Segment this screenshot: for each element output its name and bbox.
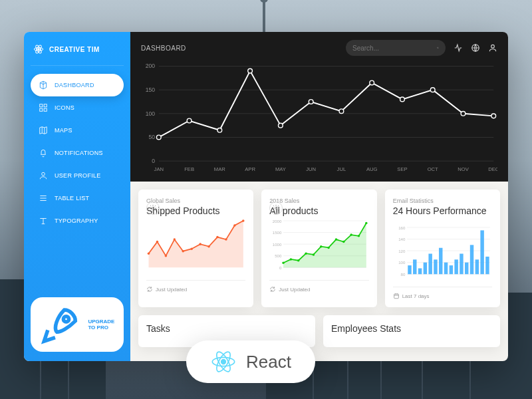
- svg-rect-5: [44, 104, 47, 107]
- svg-point-76: [320, 245, 323, 248]
- svg-text:2000: 2000: [273, 219, 282, 223]
- sidebar-item-user-profile[interactable]: USER PROFILE: [31, 164, 124, 187]
- svg-point-12: [491, 45, 495, 48]
- upgrade-label: UPGRADE TO PRO: [88, 319, 116, 331]
- globe-icon[interactable]: [471, 43, 480, 53]
- main-content: DASHBOARD 050100150200JANFEBMARAPRMAYJUN…: [130, 32, 508, 361]
- card-footer: Just Updated: [146, 280, 245, 293]
- list-icon: [39, 194, 48, 203]
- svg-point-44: [430, 88, 435, 92]
- svg-point-54: [199, 243, 201, 245]
- calendar-icon: [393, 293, 400, 299]
- svg-point-51: [174, 238, 176, 241]
- svg-point-79: [342, 241, 345, 243]
- stat-card: Email Statistics 24 Hours Performance 80…: [385, 190, 500, 307]
- card-label: Email Statistics: [393, 198, 492, 204]
- sidebar-item-label: ICONS: [55, 104, 74, 111]
- svg-point-50: [165, 255, 168, 257]
- svg-text:NOV: NOV: [458, 166, 469, 172]
- svg-point-9: [63, 316, 68, 321]
- nav-list: DASHBOARDICONSMAPSNOTIFICATIONSUSER PROF…: [31, 74, 124, 232]
- svg-text:100: 100: [398, 260, 406, 265]
- sidebar-item-label: DASHBOARD: [55, 82, 94, 88]
- svg-rect-93: [408, 265, 411, 274]
- svg-text:JUL: JUL: [337, 166, 346, 172]
- svg-rect-97: [428, 254, 432, 275]
- sidebar-item-label: MAPS: [55, 127, 72, 134]
- gear-icon: [272, 204, 280, 212]
- main-chart: 050100150200JANFEBMARAPRMAYJUNJULAUGSEPO…: [141, 60, 497, 176]
- svg-rect-108: [485, 257, 489, 274]
- svg-text:FEB: FEB: [184, 166, 194, 172]
- svg-point-49: [156, 241, 159, 243]
- svg-rect-106: [475, 259, 478, 274]
- sidebar-item-table-list[interactable]: TABLE LIST: [31, 187, 124, 209]
- svg-point-75: [313, 253, 315, 256]
- svg-text:150: 150: [146, 86, 156, 93]
- svg-rect-109: [394, 294, 398, 299]
- svg-point-47: [152, 207, 154, 209]
- svg-point-35: [156, 135, 161, 140]
- sidebar-item-icons[interactable]: ICONS: [31, 96, 124, 119]
- upgrade-button[interactable]: UPGRADE TO PRO: [31, 297, 124, 352]
- svg-text:0: 0: [152, 158, 155, 164]
- card-chart: 0500100015002000: [269, 215, 368, 275]
- svg-point-80: [350, 233, 353, 236]
- search-icon[interactable]: [437, 43, 439, 53]
- sidebar-item-label: TYPOGRAPHY: [55, 217, 98, 224]
- stat-card: 2018 Sales All products 0500100015002000…: [261, 190, 376, 307]
- svg-point-77: [328, 247, 331, 249]
- svg-rect-6: [40, 108, 43, 111]
- svg-rect-99: [439, 248, 442, 275]
- svg-rect-105: [469, 245, 473, 274]
- cards-row: Global Sales Shipped Products Just Updat…: [130, 182, 508, 315]
- card-settings-button[interactable]: [146, 201, 160, 215]
- svg-rect-94: [413, 259, 416, 274]
- svg-point-8: [42, 172, 45, 176]
- activity-icon[interactable]: [454, 43, 463, 53]
- search-input[interactable]: [346, 40, 446, 56]
- svg-point-58: [233, 224, 236, 227]
- svg-text:MAR: MAR: [214, 166, 225, 172]
- svg-text:1000: 1000: [273, 242, 282, 247]
- svg-rect-96: [423, 263, 426, 275]
- sidebar-item-dashboard[interactable]: DASHBOARD: [31, 74, 124, 96]
- bell-icon: [39, 148, 48, 158]
- svg-point-38: [248, 68, 253, 73]
- react-badge: React: [186, 340, 315, 383]
- svg-point-41: [339, 109, 344, 114]
- gear-icon: [149, 204, 157, 212]
- svg-text:APR: APR: [245, 166, 255, 172]
- sidebar-item-maps[interactable]: MAPS: [31, 119, 124, 142]
- cards-row-2: Tasks Employees Stats: [130, 315, 508, 347]
- sidebar-item-notifications[interactable]: NOTIFICATIONS: [31, 142, 124, 164]
- svg-text:JUN: JUN: [306, 166, 316, 172]
- svg-point-43: [400, 97, 405, 102]
- svg-text:120: 120: [398, 249, 406, 253]
- svg-text:500: 500: [275, 253, 283, 258]
- search-field[interactable]: [352, 45, 437, 52]
- svg-point-46: [491, 114, 496, 118]
- topbar: DASHBOARD: [141, 40, 497, 56]
- sidebar: CREATIVE TIM DASHBOARDICONSMAPSNOTIFICAT…: [24, 32, 130, 361]
- svg-text:100: 100: [146, 110, 156, 117]
- card-label: Global Sales: [146, 198, 245, 204]
- sidebar-item-label: NOTIFICATIONS: [55, 150, 103, 156]
- svg-text:OCT: OCT: [428, 166, 438, 172]
- grid-icon: [39, 103, 48, 112]
- svg-text:160: 160: [398, 225, 406, 230]
- refresh-icon: [269, 286, 276, 293]
- svg-text:50: 50: [148, 134, 155, 140]
- svg-text:DEC: DEC: [488, 166, 497, 172]
- map-icon: [39, 126, 48, 135]
- sidebar-item-typography[interactable]: TYPOGRAPHY: [31, 209, 124, 232]
- svg-rect-101: [449, 265, 452, 274]
- user-icon[interactable]: [488, 43, 497, 53]
- stat-card: Global Sales Shipped Products Just Updat…: [138, 190, 253, 307]
- type-icon: [39, 216, 48, 225]
- svg-rect-95: [418, 268, 421, 274]
- react-logo-icon: [210, 348, 237, 375]
- svg-rect-98: [434, 259, 437, 274]
- svg-point-82: [365, 222, 368, 225]
- hero-panel: DASHBOARD 050100150200JANFEBMARAPRMAYJUN…: [130, 32, 508, 182]
